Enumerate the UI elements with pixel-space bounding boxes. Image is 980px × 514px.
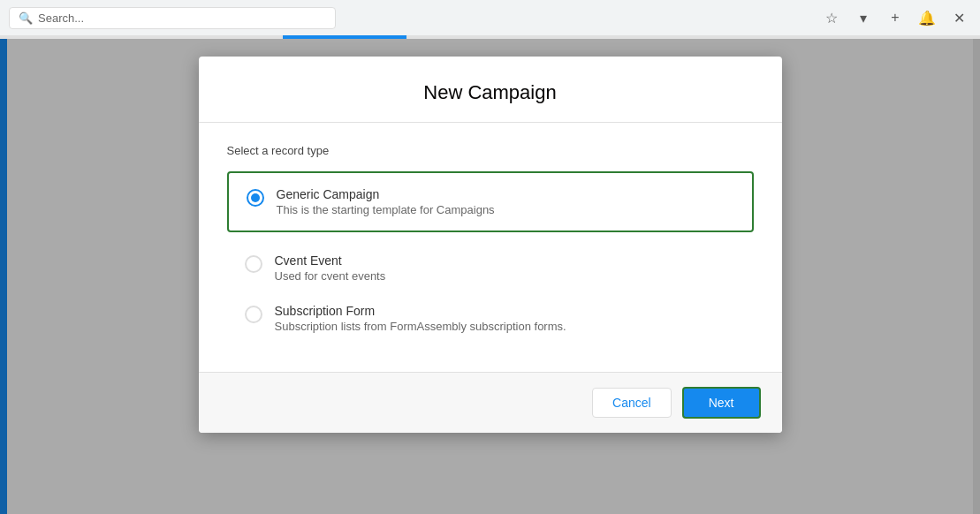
option-generic-campaign[interactable]: Generic Campaign This is the starting te… xyxy=(227,171,754,232)
close-icon[interactable]: ✕ xyxy=(946,5,971,30)
option-generic-text: Generic Campaign This is the starting te… xyxy=(277,187,495,216)
cancel-button[interactable]: Cancel xyxy=(592,388,672,418)
option-subscription-desc: Subscription lists from FormAssembly sub… xyxy=(275,320,566,333)
search-bar[interactable]: 🔍 Search... xyxy=(9,7,336,29)
add-tab-icon[interactable]: + xyxy=(883,5,908,30)
record-type-label: Select a record type xyxy=(227,144,754,157)
browser-icons: ☆ ▾ + 🔔 ✕ xyxy=(819,5,971,30)
modal-footer: Cancel Next xyxy=(199,372,782,433)
option-generic-desc: This is the starting template for Campai… xyxy=(277,203,495,216)
radio-inner-generic xyxy=(251,193,260,202)
option-cvent-name: Cvent Event xyxy=(275,253,386,268)
radio-subscription[interactable] xyxy=(245,306,262,323)
notifications-icon[interactable]: 🔔 xyxy=(915,5,939,30)
next-button[interactable]: Next xyxy=(682,387,761,419)
option-generic-name: Generic Campaign xyxy=(277,187,495,201)
option-cvent-text: Cvent Event Used for cvent events xyxy=(275,253,386,283)
modal-header: New Campaign xyxy=(199,57,782,123)
star-icon[interactable]: ☆ xyxy=(819,5,844,30)
option-subscription-form[interactable]: Subscription Form Subscription lists fro… xyxy=(227,293,754,344)
modal-overlay: New Campaign Select a record type Generi… xyxy=(0,39,980,514)
option-generic-row: Generic Campaign This is the starting te… xyxy=(247,187,734,216)
radio-generic[interactable] xyxy=(247,189,264,207)
option-subscription-name: Subscription Form xyxy=(275,304,566,318)
option-cvent-event[interactable]: Cvent Event Used for cvent events xyxy=(227,243,754,293)
option-subscription-text: Subscription Form Subscription lists fro… xyxy=(275,304,566,333)
radio-cvent[interactable] xyxy=(245,255,262,273)
browser-bar: 🔍 Search... ☆ ▾ + 🔔 ✕ xyxy=(0,0,980,35)
option-cvent-desc: Used for cvent events xyxy=(275,269,386,283)
modal-body: Select a record type Generic Campaign Th… xyxy=(199,123,782,372)
search-icon: 🔍 xyxy=(19,11,33,25)
modal-title: New Campaign xyxy=(220,81,761,104)
new-campaign-modal: New Campaign Select a record type Generi… xyxy=(199,57,782,433)
search-placeholder: Search... xyxy=(38,11,84,25)
dropdown-icon[interactable]: ▾ xyxy=(851,5,876,30)
